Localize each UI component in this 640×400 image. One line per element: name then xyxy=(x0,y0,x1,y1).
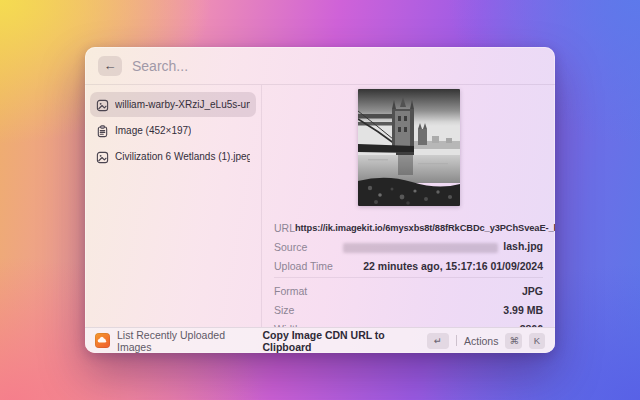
command-key-icon: ⌘ xyxy=(505,333,522,349)
action-bar: List Recently Uploaded Images Copy Image… xyxy=(85,327,555,353)
meta-row-width: Width 3866 xyxy=(274,319,543,327)
meta-row-size: Size 3.99 MB xyxy=(274,300,543,319)
meta-label: Width xyxy=(274,323,301,328)
imagekit-app-icon xyxy=(95,333,110,348)
list-item-uploaded-image[interactable]: william-warby-XRziJ_eLu5s-uns... xyxy=(90,92,256,117)
search-header: ← xyxy=(85,47,555,85)
meta-label: URL xyxy=(274,222,295,234)
actions-menu-button[interactable]: Actions xyxy=(464,335,498,347)
image-preview-tower-bridge xyxy=(358,89,460,206)
command-title: List Recently Uploaded Images xyxy=(117,329,248,353)
source-filename: lash.jpg xyxy=(503,240,543,252)
return-key-icon: ↵ xyxy=(427,333,449,349)
metadata-separator xyxy=(274,277,543,278)
list-item-label: Image (452×197) xyxy=(115,125,191,136)
back-button[interactable]: ← xyxy=(98,56,122,76)
meta-label: Format xyxy=(274,285,307,297)
meta-value-upload-time: 22 minutes ago, 15:17:16 01/09/2024 xyxy=(363,260,543,272)
back-arrow-icon: ← xyxy=(104,58,117,73)
redacted-blur xyxy=(343,243,498,253)
list-item-civilization-jpeg[interactable]: Civilization 6 Wetlands (1).jpeg xyxy=(90,144,256,169)
results-list: william-warby-XRziJ_eLu5s-uns... Image (… xyxy=(85,85,262,327)
copy-cdn-url-action[interactable]: Copy Image CDN URL to Clipboard xyxy=(262,329,420,353)
image-file-icon xyxy=(96,150,109,163)
meta-value-url[interactable]: https://ik.imagekit.io/6mysxbs8t/88fRkCB… xyxy=(295,223,555,233)
search-input[interactable] xyxy=(132,58,542,74)
clipboard-icon xyxy=(96,124,109,137)
meta-row-format: Format JPG xyxy=(274,281,543,300)
footer-divider xyxy=(456,335,457,346)
list-item-clipboard-image[interactable]: Image (452×197) xyxy=(90,118,256,143)
meta-value-size: 3.99 MB xyxy=(503,304,543,316)
main-content: william-warby-XRziJ_eLu5s-uns... Image (… xyxy=(85,85,555,327)
meta-row-upload-time: Upload Time 22 minutes ago, 15:17:16 01/… xyxy=(274,256,543,275)
meta-value-source: lash.jpg xyxy=(343,240,543,252)
meta-row-url: URL https://ik.imagekit.io/6mysxbs8t/88f… xyxy=(274,218,543,237)
metadata-list: URL https://ik.imagekit.io/6mysxbs8t/88f… xyxy=(274,218,543,327)
meta-value-width: 3866 xyxy=(520,323,543,328)
image-file-icon xyxy=(96,98,109,111)
list-item-label: william-warby-XRziJ_eLu5s-uns... xyxy=(115,99,250,110)
meta-label: Upload Time xyxy=(274,260,333,272)
meta-value-format: JPG xyxy=(522,285,543,297)
meta-label: Size xyxy=(274,304,294,316)
extension-window: ← william-warby-XRziJ_eLu5s-uns... xyxy=(85,47,555,353)
detail-panel: URL https://ik.imagekit.io/6mysxbs8t/88f… xyxy=(262,85,555,327)
meta-label: Source xyxy=(274,241,307,253)
list-item-label: Civilization 6 Wetlands (1).jpeg xyxy=(115,151,250,162)
k-key-icon: K xyxy=(529,333,545,349)
meta-row-source: Source lash.jpg xyxy=(274,237,543,256)
